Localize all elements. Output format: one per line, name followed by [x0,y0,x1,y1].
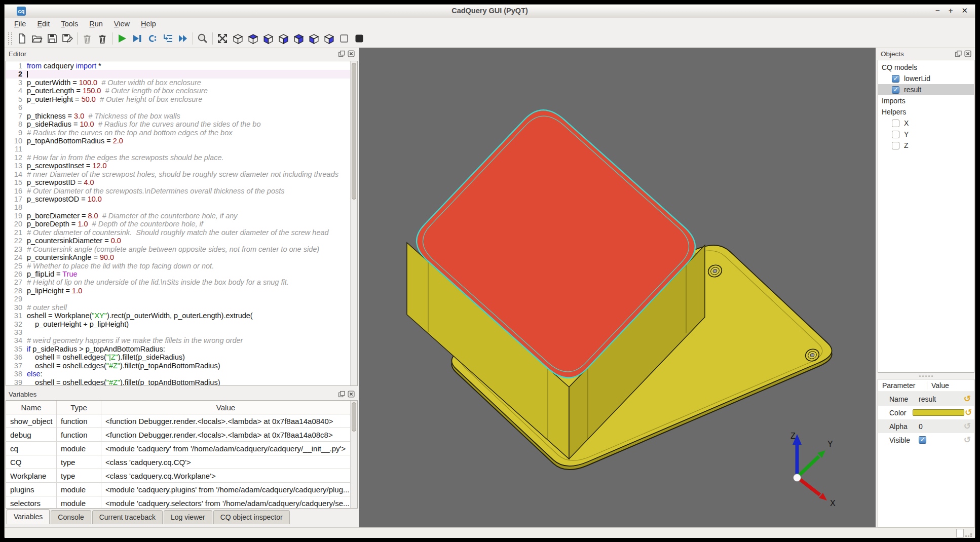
tab-log-viewer[interactable]: Log viewer [164,510,212,524]
code-line[interactable]: 7p_thickness = 3.0 # Thickness of the bo… [6,112,351,120]
cube-front-button[interactable] [276,31,291,46]
variables-column-header[interactable]: Value [101,401,351,414]
code-line[interactable]: 15p_screwpostID = 4.0 [6,178,351,186]
variables-column-header[interactable]: Type [57,401,101,414]
code-line[interactable]: 11 [6,145,351,153]
unchecked-checkbox[interactable] [892,120,899,127]
code-line[interactable]: 16# Outer Diameter of the screwposts.\nD… [6,187,351,195]
undo-icon[interactable]: ↺ [962,394,973,404]
resize-grip-icon[interactable] [970,533,972,535]
variables-close-icon[interactable] [348,391,355,398]
code-line[interactable]: 29 [6,295,351,303]
code-line[interactable]: 5p_outerHeight = 50.0 # Outer height of … [6,95,351,103]
code-line[interactable]: 27# Height of lip on the underside of th… [6,278,351,286]
code-line[interactable]: 34# weird geometry happens if we make th… [6,336,351,344]
parameter-value[interactable]: 0 [919,422,962,431]
variable-value[interactable]: <class 'cadquery.cq.Workplane'> [101,469,351,483]
code-line[interactable]: 36 oshell = oshell.edges("|Z").fillet(p_… [6,353,351,361]
open-file-button[interactable] [29,31,45,46]
tree-item-helpers[interactable]: Helpers [878,106,974,118]
variable-type[interactable]: module [57,496,101,509]
variable-name[interactable]: Workplane [6,469,57,483]
minimize-button[interactable]: − [935,6,940,15]
variable-name[interactable]: plugins [6,483,57,496]
variables-table[interactable]: NameTypeValueshow_objectfunction<functio… [6,401,351,508]
objects-float-icon[interactable] [955,50,962,57]
tree-item-z[interactable]: Z [878,140,974,151]
objects-close-icon[interactable] [964,50,971,57]
code-line[interactable]: 1from cadquery import * [6,62,351,70]
code-line[interactable]: 39 oshell = oshell.edges("#Z").fillet(p_… [6,378,351,385]
cube-bottom-button[interactable] [260,31,276,46]
parameter-value[interactable]: result [919,395,962,403]
code-line[interactable]: 33 [6,328,351,336]
variable-value[interactable]: <module 'cadquery' from '/home/adam/cadq… [101,442,351,455]
code-line[interactable]: 9# Radius for the curves on the top and … [6,129,351,137]
variable-name[interactable]: show_object [6,414,57,428]
panel-splitter[interactable] [878,373,974,379]
clear-button[interactable] [80,31,95,46]
code-line[interactable]: 22p_countersinkDiameter = 0.0 [6,237,351,245]
square-filled-button[interactable] [352,31,367,46]
code-line[interactable]: 30# outer shell [6,303,351,312]
code-line[interactable]: 21# Outer diameter of countersink. Shoul… [6,228,351,237]
tab-cq-object-inspector[interactable]: CQ object inspector [213,510,290,524]
step-over-button[interactable] [145,31,160,46]
fast-forward-button[interactable] [175,31,191,46]
variables-scrollbar[interactable] [350,401,357,508]
code-line[interactable]: 13p_screwpostInset = 12.0 [6,162,351,170]
code-line[interactable]: 12# How far in from the edges the screwp… [6,153,351,162]
code-line[interactable]: 23# Countersink angle (complete angle be… [6,245,351,253]
cube-right-button[interactable] [321,31,336,46]
tab-console[interactable]: Console [51,510,91,524]
title-bar[interactable]: cq CadQuery GUI (PyQT) − + ✕ [5,5,975,18]
editor-float-icon[interactable] [338,50,345,57]
close-button[interactable]: ✕ [961,6,968,15]
code-line[interactable]: 31oshell = Workplane("XY").rect(p_outerW… [6,312,351,320]
tab-variables[interactable]: Variables [7,509,50,524]
menu-run[interactable]: Run [84,19,108,29]
tree-item-cq-models[interactable]: CQ models [878,62,974,73]
step-list-button[interactable] [160,31,175,46]
variable-value[interactable]: <function Debugger.render.<locals>.<lamb… [101,414,351,428]
code-line[interactable]: 25# Whether to place the lid with the to… [6,262,351,270]
toolbar-grip-icon[interactable] [8,32,12,45]
code-line[interactable]: 10p_topAndBottomRadius = 2.0 [6,137,351,145]
code-line[interactable]: 32 p_outerHeight + p_lipHeight) [6,320,351,328]
tree-item-lowerlid[interactable]: lowerLid [878,73,974,84]
editor-close-icon[interactable] [348,50,355,57]
variables-scrollbar-thumb[interactable] [352,402,356,432]
undo-icon[interactable]: ↺ [964,407,973,418]
viewport-canvas[interactable]: Z Y X [359,48,876,527]
checked-checkbox[interactable] [892,75,899,83]
variable-type[interactable]: type [57,455,101,469]
viewport-3d[interactable]: Z Y X [359,48,876,527]
variable-name[interactable]: CQ [6,455,57,469]
code-line[interactable]: 24p_countersinkAngle = 90.0 [6,253,351,261]
code-editor[interactable]: 1from cadquery import *23p_outerWidth = … [6,61,358,386]
variable-name[interactable]: debug [6,428,57,442]
menu-view[interactable]: View [108,19,135,29]
objects-tree[interactable]: CQ modelslowerLidresultImportsHelpersXYZ [878,60,974,373]
editor-scrollbar-thumb[interactable] [352,63,356,200]
variable-value[interactable]: <class 'cadquery.cq.CQ'> [101,455,351,469]
code-line[interactable]: 37 oshell = oshell.edges("#Z").fillet(p_… [6,362,351,370]
save-button[interactable] [45,31,60,46]
menu-file[interactable]: File [9,19,31,29]
variables-column-header[interactable]: Name [6,401,57,414]
checked-checkbox[interactable] [919,436,926,444]
variables-float-icon[interactable] [338,391,345,398]
variable-value[interactable]: <module 'cadquery.plugins' from '/home/a… [101,483,351,496]
cube-back-button[interactable] [291,31,306,46]
cube-iso-button[interactable] [230,31,245,46]
variable-type[interactable]: type [57,469,101,483]
parameter-value-color[interactable] [913,409,964,416]
code-line[interactable]: 26p_flipLid = True [6,270,351,278]
code-line[interactable]: 2 [6,70,351,78]
code-line[interactable]: 3p_outerWidth = 100.0 # Outer width of b… [6,79,351,87]
variable-value[interactable]: <function Debugger.render.<locals>.<lamb… [101,428,351,442]
code-line[interactable]: 6 [6,103,351,111]
code-line[interactable]: 18 [6,203,351,211]
menu-tools[interactable]: Tools [55,19,84,29]
square-outline-button[interactable] [336,31,352,46]
